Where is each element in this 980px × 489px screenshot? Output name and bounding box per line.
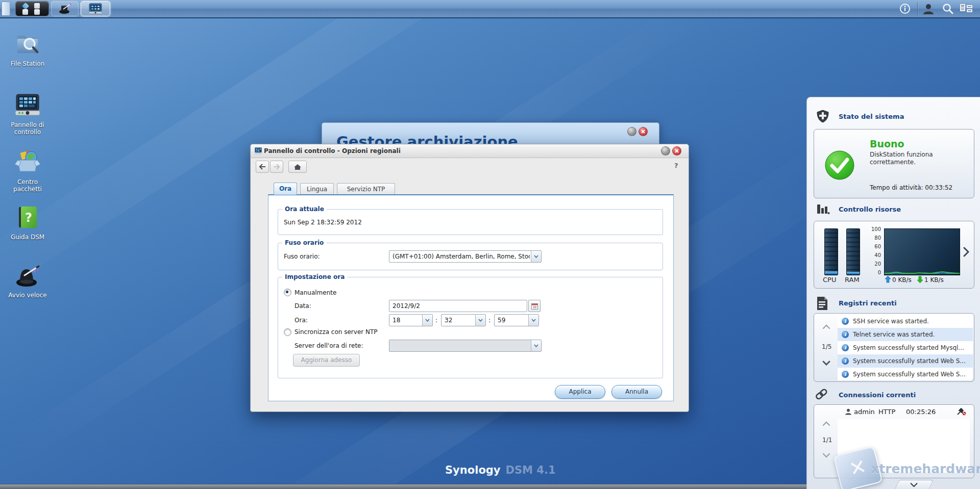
regional-options-dialog: Pannello di controllo - Opzioni regional…: [250, 144, 689, 412]
forward-button[interactable]: [270, 161, 283, 173]
connection-protocol: HTTP: [878, 408, 895, 416]
taskbar-control-panel-button[interactable]: [81, 1, 110, 16]
upload-rate: 0 KB/s: [892, 276, 912, 284]
chevron-down-icon: [911, 483, 918, 487]
desktop-icon-label: Centro pacchetti: [3, 178, 52, 193]
search-icon: [942, 3, 953, 14]
ntp-server-select: [389, 340, 542, 352]
desktop-icon-quick-start[interactable]: Avvio veloce: [3, 264, 52, 299]
storage-manager-title: Gestore archiviazione: [336, 133, 518, 144]
current-time-legend: Ora attuale: [282, 205, 327, 213]
page-down-icon[interactable]: [822, 453, 830, 458]
desktop-icon-package-center[interactable]: Centro pacchetti: [3, 149, 52, 193]
connections-page-indicator: 1/1: [822, 436, 832, 444]
hour-select[interactable]: 18: [389, 314, 433, 326]
current-time-value: Sun Sep 2 18:32:59 2012: [284, 219, 362, 226]
info-icon: [899, 3, 911, 14]
taskbar-quick-start-button[interactable]: [51, 1, 79, 16]
disconnect-icon[interactable]: [957, 408, 966, 416]
close-icon[interactable]: [672, 146, 681, 156]
main-menu-button[interactable]: [15, 1, 49, 16]
ntp-radio[interactable]: [284, 328, 291, 336]
package-center-icon: [14, 149, 41, 174]
timezone-label: Fuso orario:: [284, 253, 320, 260]
cpu-gauge: [824, 228, 838, 275]
system-status-widget: Buono DiskStation funziona correttamente…: [814, 129, 974, 198]
log-row[interactable]: i System successfully started Mysql...: [838, 341, 973, 354]
dsm-help-icon: ?: [15, 205, 40, 229]
apply-button[interactable]: Applica: [555, 385, 605, 399]
cpu-label: CPU: [823, 276, 836, 284]
date-label: Data:: [295, 302, 311, 310]
resource-monitor-widget: CPU RAM 100 80 60 40 20 0 0 KB/s 1 KB/s: [814, 221, 974, 289]
cancel-button[interactable]: Annulla: [611, 385, 662, 399]
tab-servizio-ntp[interactable]: Servizio NTP: [337, 183, 395, 195]
timezone-select[interactable]: (GMT+01:00) Amsterdam, Berlin, Rome, Sto…: [389, 250, 542, 263]
tab-ora[interactable]: Ora: [274, 183, 297, 195]
minimize-button[interactable]: [661, 146, 670, 156]
timezone-group: Fuso orario Fuso orario: (GMT+01:00) Ams…: [278, 243, 663, 270]
taskbar-user-button[interactable]: [922, 3, 935, 15]
calendar-button[interactable]: [528, 300, 541, 312]
taskbar: [0, 0, 980, 18]
dialog-title: Pannello di controllo - Opzioni regional…: [264, 147, 401, 155]
widget-panel: Stato del sistema Buono DiskStation funz…: [806, 97, 980, 489]
update-now-button: Aggiorna adesso: [293, 354, 360, 367]
control-panel-desktop-icon: [14, 93, 41, 117]
log-row[interactable]: i SSH service was started.: [838, 315, 973, 328]
chevron-down-icon: [531, 340, 541, 351]
shield-icon: [816, 110, 829, 123]
desktop-icon-label: Avvio veloce: [3, 292, 52, 299]
page-down-icon[interactable]: [822, 361, 830, 366]
home-button[interactable]: [288, 161, 307, 173]
log-row[interactable]: i System successfully started Web S...: [838, 354, 973, 368]
desktop-icon-dsm-help[interactable]: ? Guida DSM: [3, 205, 52, 241]
document-icon: [816, 296, 828, 311]
help-button[interactable]: ?: [674, 162, 678, 169]
control-panel-icon: [88, 3, 103, 14]
logs-page-indicator: 1/5: [822, 343, 831, 350]
widgets-icon: [960, 3, 973, 14]
time-colon: :: [435, 317, 437, 324]
main-menu-icon: [22, 3, 29, 10]
back-button[interactable]: [256, 161, 269, 173]
dsm-branding: SynologyDSM 4.1: [445, 464, 556, 476]
connections-title: Connessioni correnti: [839, 391, 916, 399]
manual-radio[interactable]: [284, 289, 291, 296]
storage-manager-window[interactable]: Gestore archiviazione: [322, 122, 659, 144]
recent-logs-widget: 1/5 i SSH service was started. i Telnet …: [814, 313, 974, 382]
connection-user: admin: [854, 408, 875, 416]
synology-logo: Synology: [445, 464, 501, 476]
minimize-button[interactable]: [627, 127, 636, 136]
desktop-icon-file-station[interactable]: File Station: [3, 32, 52, 67]
taskbar-search-button[interactable]: [941, 3, 954, 15]
taskbar-info-button[interactable]: [898, 3, 912, 15]
date-input[interactable]: 2012/9/2: [389, 300, 527, 312]
log-row[interactable]: i Telnet service was started.: [838, 328, 973, 341]
ntp-server-label: Server dell'ora di rete:: [295, 342, 363, 349]
close-icon[interactable]: [639, 127, 648, 136]
chevron-down-icon: [531, 251, 541, 262]
second-select[interactable]: 59: [494, 314, 539, 326]
desktop-screen: SynologyDSM 4.1: [0, 0, 980, 489]
dsm-version: DSM 4.1: [506, 464, 556, 476]
page-up-icon[interactable]: [822, 324, 830, 329]
bar-chart-icon: [816, 203, 830, 216]
recent-logs-title: Registri recenti: [839, 299, 897, 307]
log-row[interactable]: i System successfully started Web S...: [838, 368, 973, 381]
dialog-titlebar[interactable]: Pannello di controllo - Opzioni regional…: [251, 144, 689, 158]
show-desktop-button[interactable]: [2, 2, 10, 16]
user-icon: [845, 408, 852, 415]
time-label: Ora:: [295, 317, 308, 324]
panel-collapse-tab[interactable]: [895, 480, 934, 489]
desktop-icon-control-panel[interactable]: Pannello di controllo: [3, 93, 52, 136]
minute-select[interactable]: 32: [441, 314, 486, 326]
taskbar-widgets-button[interactable]: [960, 3, 973, 15]
info-icon: i: [842, 318, 849, 325]
page-up-icon[interactable]: [822, 421, 830, 426]
chevron-right-icon[interactable]: [963, 247, 969, 257]
current-time-group: Ora attuale Sun Sep 2 18:32:59 2012: [278, 209, 663, 235]
tab-lingua[interactable]: Lingua: [300, 183, 334, 195]
manual-radio-label: Manualmente: [295, 289, 336, 296]
user-icon: [922, 3, 935, 14]
